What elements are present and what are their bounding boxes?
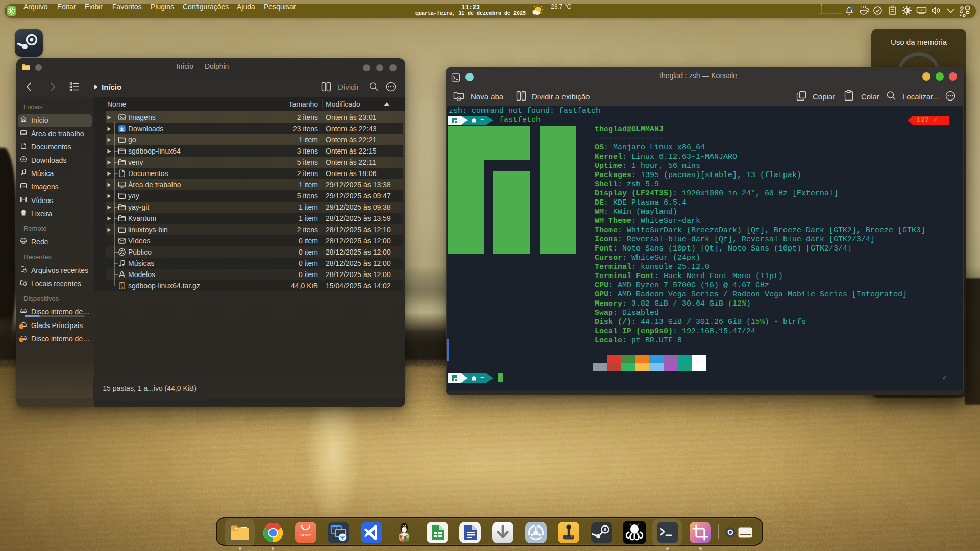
svg-text:SHOP: SHOP	[300, 533, 311, 537]
svg-text:K: K	[9, 8, 14, 14]
